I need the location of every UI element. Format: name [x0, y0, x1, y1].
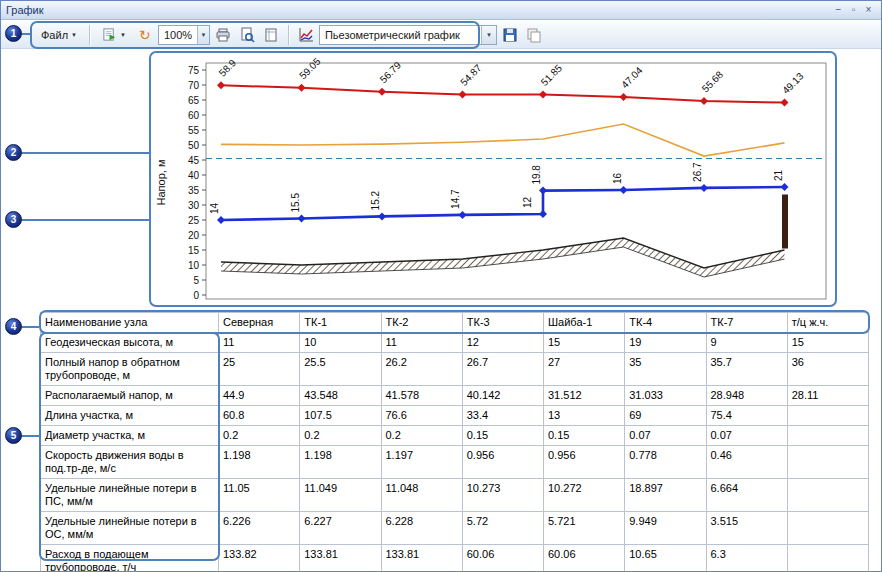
maximize-icon[interactable]: ▫: [846, 3, 861, 17]
table-row[interactable]: Удельные линейные потери в ПС, мм/м11.05…: [41, 479, 869, 512]
value-cell[interactable]: 133.81: [300, 545, 381, 572]
value-cell[interactable]: 0.15: [544, 426, 625, 446]
value-cell[interactable]: 43.548: [300, 386, 381, 406]
value-cell[interactable]: 107.5: [300, 406, 381, 426]
value-cell[interactable]: 26.7: [462, 353, 543, 386]
value-cell[interactable]: 3.515: [706, 512, 787, 545]
value-cell[interactable]: 10.65: [625, 545, 706, 572]
value-cell[interactable]: 9.949: [625, 512, 706, 545]
table-header-cell[interactable]: т/ц ж.ч.: [787, 313, 868, 333]
print-button[interactable]: [212, 24, 234, 46]
value-cell[interactable]: 10.272: [544, 479, 625, 512]
table-row[interactable]: Удельные линейные потери в ОС, мм/м6.226…: [41, 512, 869, 545]
value-cell[interactable]: 69: [625, 406, 706, 426]
value-cell[interactable]: 44.9: [219, 386, 300, 406]
value-cell[interactable]: 11.05: [219, 479, 300, 512]
value-cell[interactable]: 0.15: [462, 426, 543, 446]
table-row[interactable]: Располагаемый напор, м44.943.54841.57840…: [41, 386, 869, 406]
value-cell[interactable]: 25: [219, 353, 300, 386]
value-cell[interactable]: 15: [544, 333, 625, 353]
value-cell[interactable]: 10: [300, 333, 381, 353]
value-cell[interactable]: 133.82: [219, 545, 300, 572]
file-menu-button[interactable]: Файл ▼: [35, 24, 83, 46]
table-header-cell[interactable]: ТК-4: [625, 313, 706, 333]
value-cell[interactable]: 75.4: [706, 406, 787, 426]
value-cell[interactable]: 19: [625, 333, 706, 353]
table-row[interactable]: Длина участка, м60.8107.576.633.4136975.…: [41, 406, 869, 426]
table-header-cell[interactable]: Северная: [219, 313, 300, 333]
table-row[interactable]: Геодезическая высота, м111011121519915: [41, 333, 869, 353]
value-cell[interactable]: 27: [544, 353, 625, 386]
value-cell[interactable]: 40.142: [462, 386, 543, 406]
value-cell[interactable]: 18.897: [625, 479, 706, 512]
table-header-cell[interactable]: Наименование узла: [41, 313, 219, 333]
value-cell[interactable]: 0.2: [300, 426, 381, 446]
value-cell[interactable]: [787, 512, 868, 545]
value-cell[interactable]: 6.228: [381, 512, 462, 545]
value-cell[interactable]: 6.664: [706, 479, 787, 512]
minimize-icon[interactable]: −: [831, 3, 846, 17]
table-row[interactable]: Скорость движения воды в под.тр-де, м/с1…: [41, 446, 869, 479]
value-cell[interactable]: 0.46: [706, 446, 787, 479]
value-cell[interactable]: 0.778: [625, 446, 706, 479]
table-header-cell[interactable]: Шайба-1: [544, 313, 625, 333]
chart-button[interactable]: [295, 24, 317, 46]
table-header-cell[interactable]: ТК-7: [706, 313, 787, 333]
save-graph-button[interactable]: [499, 24, 521, 46]
value-cell[interactable]: 60.8: [219, 406, 300, 426]
value-cell[interactable]: 6.227: [300, 512, 381, 545]
value-cell[interactable]: 28.11: [787, 386, 868, 406]
value-cell[interactable]: 15: [787, 333, 868, 353]
value-cell[interactable]: 1.198: [219, 446, 300, 479]
value-cell[interactable]: [787, 406, 868, 426]
value-cell[interactable]: 0.07: [625, 426, 706, 446]
value-cell[interactable]: 1.198: [300, 446, 381, 479]
value-cell[interactable]: 5.72: [462, 512, 543, 545]
print-preview-button[interactable]: [236, 24, 258, 46]
value-cell[interactable]: 0.2: [381, 426, 462, 446]
table-row[interactable]: Расход в подающем трубопроводе, т/ч133.8…: [41, 545, 869, 572]
table-header-cell[interactable]: ТК-2: [381, 313, 462, 333]
graph-type-combo[interactable]: Пьезометрический график ▼: [319, 25, 497, 45]
value-cell[interactable]: [787, 446, 868, 479]
value-cell[interactable]: [787, 479, 868, 512]
value-cell[interactable]: 41.578: [381, 386, 462, 406]
chevron-down-icon[interactable]: ▼: [197, 26, 209, 44]
value-cell[interactable]: 76.6: [381, 406, 462, 426]
value-cell[interactable]: 10.273: [462, 479, 543, 512]
value-cell[interactable]: 11: [381, 333, 462, 353]
nodes-data-table[interactable]: Наименование узлаСевернаяТК-1ТК-2ТК-3Шай…: [40, 312, 869, 572]
table-row[interactable]: Полный напор в обратном трубопроводе, м2…: [41, 353, 869, 386]
value-cell[interactable]: 36: [787, 353, 868, 386]
value-cell[interactable]: 6.226: [219, 512, 300, 545]
value-cell[interactable]: 5.721: [544, 512, 625, 545]
refresh-button[interactable]: ↻: [134, 24, 156, 46]
table-row[interactable]: Диаметр участка, м0.20.20.20.150.150.070…: [41, 426, 869, 446]
value-cell[interactable]: 60.06: [544, 545, 625, 572]
value-cell[interactable]: 0.07: [706, 426, 787, 446]
value-cell[interactable]: 35: [625, 353, 706, 386]
value-cell[interactable]: 33.4: [462, 406, 543, 426]
value-cell[interactable]: 133.81: [381, 545, 462, 572]
value-cell[interactable]: 31.512: [544, 386, 625, 406]
value-cell[interactable]: 11: [219, 333, 300, 353]
value-cell[interactable]: 6.3: [706, 545, 787, 572]
copy-graph-button[interactable]: [523, 24, 545, 46]
close-icon[interactable]: ×: [861, 3, 876, 17]
value-cell[interactable]: [787, 545, 868, 572]
page-setup-button[interactable]: [260, 24, 282, 46]
value-cell[interactable]: 28.948: [706, 386, 787, 406]
value-cell[interactable]: [787, 426, 868, 446]
value-cell[interactable]: 60.06: [462, 545, 543, 572]
value-cell[interactable]: 13: [544, 406, 625, 426]
value-cell[interactable]: 11.048: [381, 479, 462, 512]
value-cell[interactable]: 0.956: [462, 446, 543, 479]
export-button[interactable]: ▼: [96, 24, 132, 46]
value-cell[interactable]: 9: [706, 333, 787, 353]
value-cell[interactable]: 1.197: [381, 446, 462, 479]
table-header-cell[interactable]: ТК-3: [462, 313, 543, 333]
value-cell[interactable]: 0.2: [219, 426, 300, 446]
value-cell[interactable]: 26.2: [381, 353, 462, 386]
zoom-combo[interactable]: 100% ▼: [158, 25, 210, 45]
value-cell[interactable]: 12: [462, 333, 543, 353]
